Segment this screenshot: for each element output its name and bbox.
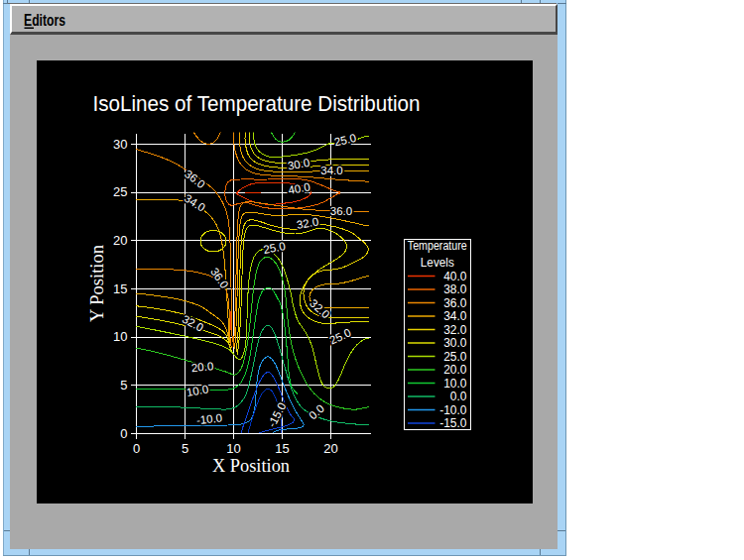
svg-text:Temperature: Temperature	[408, 239, 467, 253]
svg-text:20: 20	[323, 441, 337, 456]
svg-text:Editors: Editors	[24, 12, 65, 29]
svg-text:20: 20	[113, 233, 127, 248]
svg-text:20.0: 20.0	[190, 360, 213, 374]
svg-text:Levels: Levels	[421, 256, 454, 270]
svg-text:38.0: 38.0	[443, 282, 467, 296]
svg-text:30.0: 30.0	[443, 336, 467, 350]
svg-text:32.0: 32.0	[443, 323, 467, 337]
svg-text:0.0: 0.0	[450, 390, 467, 403]
svg-text:25.0: 25.0	[443, 350, 467, 364]
svg-text:25: 25	[113, 184, 127, 199]
svg-text:36.0: 36.0	[330, 205, 352, 217]
svg-text:10: 10	[226, 441, 240, 456]
svg-text:-15.0: -15.0	[439, 416, 467, 430]
svg-text:5: 5	[120, 378, 127, 392]
svg-text:0: 0	[133, 441, 140, 456]
svg-text:20.0: 20.0	[443, 363, 467, 377]
svg-text:-10.0: -10.0	[439, 403, 467, 417]
svg-text:30: 30	[113, 137, 127, 152]
svg-text:15: 15	[275, 441, 289, 456]
svg-text:5: 5	[182, 441, 188, 456]
svg-text:0: 0	[120, 426, 127, 441]
svg-text:34.0: 34.0	[320, 165, 342, 176]
svg-text:IsoLines of Temperature Distri: IsoLines of Temperature Distribution	[93, 91, 421, 116]
svg-text:34.0: 34.0	[443, 309, 467, 323]
svg-text:10: 10	[113, 329, 127, 344]
svg-text:36.0: 36.0	[443, 296, 467, 310]
svg-text:X Position: X Position	[212, 456, 290, 476]
svg-text:40.0: 40.0	[443, 270, 467, 283]
svg-text:15: 15	[113, 281, 127, 296]
svg-text:10.0: 10.0	[443, 377, 467, 391]
svg-text:Y Position: Y Position	[87, 245, 107, 322]
